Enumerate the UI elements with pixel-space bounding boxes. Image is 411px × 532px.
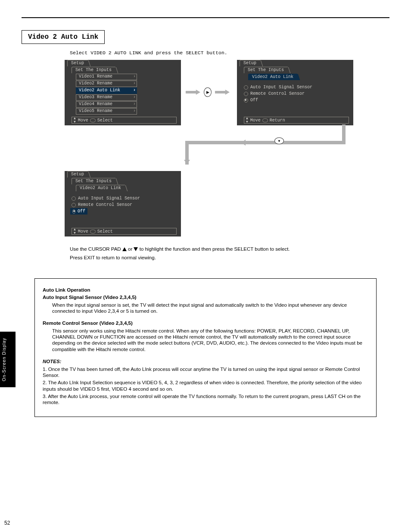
cursor-up-icon xyxy=(122,247,127,251)
opt-remote-control-sensor: Remote Control Sensor xyxy=(72,202,181,208)
cursor-down-icon xyxy=(134,247,138,251)
opt-off: Off xyxy=(70,208,87,215)
row-video2-rename: Video2 Rename xyxy=(76,81,137,87)
ais-header: Auto Input Signal Sensor (Video 2,3,4,5) xyxy=(43,294,368,300)
rcs-body: This sensor only works using the Hitachi… xyxy=(52,328,368,353)
row-video3-rename: Video3 Rename xyxy=(76,94,137,101)
figure-row-1: Setup Set The Inputs Video1 Rename Video… xyxy=(65,60,366,146)
flow-right: ▶ xyxy=(186,87,230,97)
tab-inputs: Set The Inputs xyxy=(72,67,115,73)
remote-down-button-icon: ▼ xyxy=(274,137,284,144)
opt-remote-control-sensor: Remote Control Sensor xyxy=(244,90,353,97)
rcs-header: Remote Control Sensor (Video 2,3,4,5) xyxy=(43,320,368,326)
row-video5-rename: Video5 Rename xyxy=(76,108,137,115)
opt-auto-input-signal-sensor: Auto Input Signal Sensor xyxy=(72,195,181,202)
instruction-cursor: Use the CURSOR PAD or to highlight the f… xyxy=(70,246,372,252)
osd-footer: ▲▼Move Return xyxy=(244,117,349,124)
side-label: On-Screen Display xyxy=(0,332,16,387)
osd-footer: ▲▼Move Select xyxy=(72,228,177,235)
osd-panel-options-return: Setup Set The Inputs Video2 Auto Link Au… xyxy=(237,60,353,125)
inset-title: Auto Link Operation xyxy=(43,287,90,292)
note-2: 2. The Auto LInk Input Selection sequenc… xyxy=(43,380,368,392)
page-number: 52 xyxy=(4,520,10,526)
osd-panel-options-select: Setup Set The Inputs Video2 Auto Link Au… xyxy=(65,171,181,236)
tab-setup: Setup xyxy=(240,60,260,66)
flow-down: ▼ xyxy=(155,124,362,163)
arrow-right-icon xyxy=(186,90,200,95)
note-3: 3. After the Auto Link process, your rem… xyxy=(43,393,368,406)
top-rule xyxy=(22,17,389,18)
row-video1-rename: Video1 Rename xyxy=(76,74,137,80)
remote-right-button-icon: ▶ xyxy=(204,87,212,97)
instruction-exit: Press EXIT to return to normal viewing. xyxy=(70,255,372,261)
row-video4-rename: Video4 Rename xyxy=(76,101,137,108)
tab-inputs: Set The Inputs xyxy=(72,178,115,184)
ais-body: When the input signal sensor is set, the… xyxy=(52,302,368,314)
osd-panel-inputs: Setup Set The Inputs Video1 Rename Video… xyxy=(65,60,181,125)
notes-block: NOTES: 1. Once the TV has been turned of… xyxy=(43,358,368,406)
opt-off: Off xyxy=(244,97,353,103)
section-heading: Video 2 Auto Link xyxy=(22,30,105,44)
tab-video2-autolink: Video2 Auto Link xyxy=(76,185,125,191)
tab-setup: Setup xyxy=(67,171,88,177)
tab-video2-autolink: Video2 Auto Link xyxy=(248,74,297,80)
opt-auto-input-signal-sensor: Auto Input Signal Sensor xyxy=(244,84,353,90)
tab-inputs: Set The Inputs xyxy=(244,67,288,73)
tab-setup: Setup xyxy=(67,60,88,66)
arrow-right-icon xyxy=(215,90,230,95)
auto-link-operation-box: Auto Link Operation Auto Input Signal Se… xyxy=(34,278,377,417)
osd-footer: ▲▼Move Select xyxy=(72,117,177,124)
note-1: 1. Once the TV has been turned off, the … xyxy=(43,366,368,379)
figure-row-2: Setup Set The Inputs Video2 Auto Link Au… xyxy=(65,159,366,236)
row-video2-autolink: Video2 Auto Link xyxy=(76,87,137,94)
instruction-text: Select VIDEO 2 AUTO LINK and press the S… xyxy=(70,50,389,56)
